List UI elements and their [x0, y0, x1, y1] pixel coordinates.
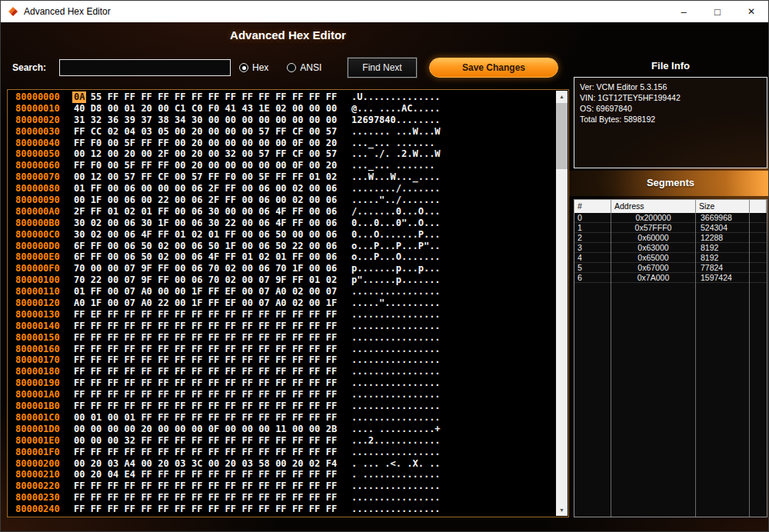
hex-byte[interactable]: 00 — [241, 148, 252, 160]
hex-byte[interactable]: 20 — [191, 126, 202, 138]
hex-byte[interactable]: FF — [125, 504, 135, 515]
hex-byte[interactable]: FF — [158, 274, 168, 286]
hex-byte[interactable]: FF — [326, 469, 337, 480]
hex-byte[interactable]: 00 — [108, 274, 118, 286]
hex-byte[interactable]: FF — [275, 344, 286, 355]
hex-byte[interactable]: 00 — [241, 126, 252, 138]
hex-byte[interactable]: FF — [275, 469, 286, 480]
find-next-button[interactable]: Find Next — [348, 58, 417, 78]
hex-byte[interactable]: 00 — [309, 183, 320, 195]
hex-byte[interactable]: FF — [141, 138, 151, 149]
hex-byte[interactable]: 00 — [108, 241, 118, 252]
hex-byte[interactable]: FF — [125, 447, 135, 458]
hex-byte[interactable]: FF — [208, 435, 219, 447]
hex-byte[interactable]: FF — [292, 412, 303, 424]
hex-byte[interactable]: A0 — [275, 286, 286, 298]
hex-byte[interactable]: 38 — [158, 115, 168, 126]
hex-byte[interactable]: FF — [258, 366, 269, 377]
hex-byte[interactable]: 39 — [125, 115, 135, 126]
hex-byte[interactable]: 00 — [108, 298, 118, 309]
hex-byte[interactable]: FF — [125, 332, 135, 344]
hex-byte[interactable]: 02 — [258, 251, 269, 263]
hex-byte[interactable]: FF — [241, 332, 252, 344]
hex-byte[interactable]: FF — [309, 492, 320, 504]
hex-byte[interactable]: 02 — [326, 274, 337, 286]
hex-byte[interactable]: CF — [158, 171, 168, 183]
hex-byte[interactable]: 07 — [125, 274, 135, 286]
hex-byte[interactable]: 00 — [309, 160, 320, 171]
hex-byte[interactable]: FF — [191, 321, 202, 332]
hex-byte[interactable]: FF — [292, 344, 303, 355]
hex-byte[interactable]: 00 — [258, 424, 269, 435]
hex-byte[interactable]: 00 — [175, 286, 185, 298]
segment-row[interactable]: 30x630008192 — [574, 243, 767, 253]
hex-byte[interactable]: FF — [275, 148, 286, 160]
hex-byte[interactable]: FF — [275, 504, 286, 515]
hex-byte[interactable]: FF — [158, 435, 168, 447]
hex-byte[interactable]: 00 — [275, 115, 286, 126]
hex-byte[interactable]: 32 — [91, 115, 102, 126]
hex-byte[interactable]: FF — [241, 321, 252, 332]
hex-byte[interactable]: FF — [74, 492, 85, 504]
hex-byte[interactable]: FF — [175, 412, 185, 424]
hex-byte[interactable]: FF — [208, 332, 219, 344]
hex-byte[interactable]: FF — [309, 377, 320, 389]
hex-byte[interactable]: 01 — [309, 274, 320, 286]
hex-byte[interactable]: 06 — [326, 206, 337, 218]
segment-row[interactable]: 60x7A0001597424 — [574, 273, 767, 283]
hex-byte[interactable]: 00 — [241, 160, 252, 171]
ansi-radio-button[interactable] — [287, 63, 296, 72]
hex-byte[interactable]: 9F — [141, 274, 151, 286]
hex-byte[interactable]: 00 — [74, 171, 85, 183]
hex-byte[interactable]: FF — [141, 480, 151, 492]
hex-byte[interactable]: FF — [326, 389, 337, 401]
hex-byte[interactable]: FF — [125, 366, 135, 377]
hex-byte[interactable]: FF — [91, 183, 102, 195]
hex-byte[interactable]: 20 — [158, 458, 168, 470]
hex-byte[interactable]: FF — [91, 492, 102, 504]
hex-byte[interactable]: 01 — [91, 412, 102, 424]
hex-byte[interactable]: FF — [258, 492, 269, 504]
hex-byte[interactable]: 00 — [292, 424, 303, 435]
hex-byte[interactable]: FF — [141, 412, 151, 424]
hex-byte[interactable]: 00 — [241, 298, 252, 309]
hex-byte[interactable]: 00 — [225, 138, 236, 149]
hex-byte[interactable]: 01 — [175, 229, 185, 241]
hex-byte[interactable]: FF — [141, 366, 151, 377]
hex-byte[interactable]: 57 — [125, 171, 135, 183]
segment-row[interactable]: 00x2000003669968 — [574, 213, 767, 223]
hex-byte[interactable]: FF — [175, 469, 185, 480]
hex-byte[interactable]: FF — [158, 492, 168, 504]
hex-byte[interactable]: 20 — [91, 458, 102, 470]
hex-byte[interactable]: FF — [225, 309, 236, 321]
hex-byte[interactable]: 2B — [326, 424, 337, 435]
hex-byte[interactable]: FF — [158, 91, 168, 103]
hex-byte[interactable]: 00 — [108, 171, 118, 183]
hex-byte[interactable]: 02 — [91, 229, 102, 241]
hex-byte[interactable]: 57 — [258, 148, 269, 160]
hex-byte[interactable]: FF — [208, 412, 219, 424]
hex-byte[interactable]: FF — [208, 344, 219, 355]
hex-byte[interactable]: FF — [191, 401, 202, 412]
hex-byte[interactable]: CF — [292, 126, 303, 138]
hex-byte[interactable]: FF — [326, 344, 337, 355]
hex-byte[interactable]: 22 — [91, 274, 102, 286]
hex-byte[interactable]: FF — [326, 332, 337, 344]
hex-byte[interactable]: 01 — [208, 229, 219, 241]
hex-byte[interactable]: FF — [258, 401, 269, 412]
hex-byte[interactable]: FF — [292, 469, 303, 480]
hex-byte[interactable]: FF — [241, 480, 252, 492]
hex-byte[interactable]: FF — [108, 389, 118, 401]
hex-byte[interactable]: 00 — [175, 148, 185, 160]
hex-byte[interactable]: FF — [158, 366, 168, 377]
hex-byte[interactable]: 00 — [241, 206, 252, 218]
hex-byte[interactable]: FF — [309, 91, 320, 103]
hex-byte[interactable]: 5F — [258, 171, 269, 183]
hex-byte[interactable]: FF — [158, 344, 168, 355]
hex-byte[interactable]: FF — [91, 504, 102, 515]
hex-byte[interactable]: FF — [258, 480, 269, 492]
hex-byte[interactable]: FF — [258, 354, 269, 366]
hex-byte[interactable]: 00 — [74, 469, 85, 480]
hex-byte[interactable]: FF — [225, 251, 236, 263]
hex-byte[interactable]: FF — [108, 309, 118, 321]
